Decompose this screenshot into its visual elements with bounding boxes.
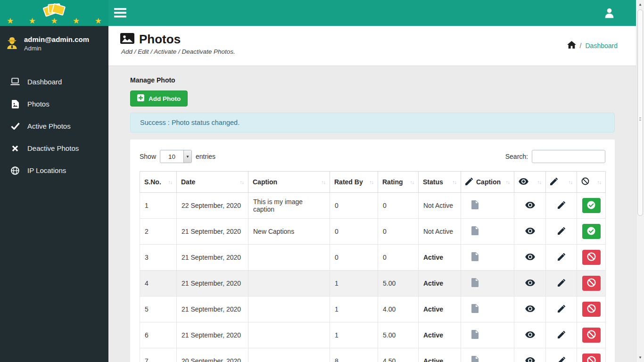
sidebar-item-photos[interactable]: Photos [0, 93, 108, 115]
scrollbar-thumb[interactable] [637, 9, 643, 216]
plus-square-icon [137, 94, 144, 103]
deactivate-button[interactable] [582, 328, 601, 343]
cell-sno: 5 [140, 296, 177, 322]
sidebar-item-active-photos[interactable]: Active Photos [0, 115, 108, 137]
column-header-status[interactable]: Status↑↓ [419, 172, 461, 193]
file-icon[interactable] [471, 304, 479, 314]
edit-pencil-icon[interactable] [558, 331, 565, 340]
deactivate-button[interactable] [582, 250, 601, 265]
file-icon[interactable] [471, 252, 479, 263]
view-eye-icon[interactable] [525, 357, 535, 362]
vertical-scrollbar[interactable]: ▲ ▼ [636, 0, 644, 362]
cell-caption [248, 245, 330, 271]
table-row: 221 September, 2020New Captions00Not Act… [140, 219, 606, 245]
user-account-icon[interactable] [604, 8, 615, 20]
cell-caption-file [461, 271, 514, 296]
scroll-down-arrow-icon[interactable]: ▼ [636, 354, 644, 362]
edit-pencil-icon[interactable] [558, 305, 565, 314]
edit-pencil-icon[interactable] [558, 279, 565, 288]
cell-rated-by: 0 [330, 219, 378, 245]
sidebar-item-dashboard[interactable]: Dashboard [0, 71, 108, 93]
scrollbar-grip [639, 117, 641, 121]
view-eye-icon[interactable] [525, 202, 535, 210]
table-row: 621 September, 202015.00Active [140, 322, 606, 348]
activate-button[interactable] [582, 224, 601, 239]
sort-icon: ↑↓ [370, 179, 374, 185]
file-icon[interactable] [471, 278, 479, 288]
photo-stack-icon [40, 2, 68, 18]
cell-caption [248, 296, 330, 322]
check-circle-icon [587, 227, 595, 237]
column-header-sno[interactable]: S.No.↑↓ [140, 172, 177, 193]
page-length-select[interactable]: 10 ▼ [160, 150, 192, 163]
edit-pencil-icon[interactable] [558, 201, 565, 210]
cell-rating: 5.00 [378, 271, 419, 296]
section-title: Manage Photo [130, 76, 644, 84]
view-eye-icon[interactable] [525, 331, 535, 339]
ban-icon [581, 177, 589, 187]
cell-view [514, 322, 546, 348]
column-header-view[interactable]: ↑↓ [514, 172, 546, 193]
cell-sno: 4 [140, 271, 177, 296]
edit-pencil-icon[interactable] [558, 357, 565, 362]
add-photo-label: Add Photo [149, 95, 181, 102]
search-input[interactable] [532, 150, 605, 163]
cell-view [514, 245, 546, 271]
table-row: 122 September, 2020This is my image capt… [140, 193, 606, 219]
cell-edit [546, 271, 577, 296]
file-icon[interactable] [471, 356, 479, 362]
sort-icon: ↑↓ [537, 179, 542, 185]
home-icon[interactable] [567, 41, 576, 50]
sidebar-item-ip-locations[interactable]: IP Locations [0, 159, 108, 181]
deactivate-button[interactable] [582, 302, 601, 317]
deactivate-button[interactable] [582, 354, 601, 362]
deactivate-button[interactable] [582, 276, 601, 291]
sidebar-item-label: Photos [27, 100, 50, 108]
view-eye-icon[interactable] [525, 280, 535, 288]
file-icon[interactable] [471, 226, 479, 237]
brand-logo: ★★★★★ [0, 0, 108, 26]
cell-status: Not Active [419, 193, 461, 219]
sidebar-item-deactive-photos[interactable]: Deactive Photos [0, 137, 108, 159]
view-eye-icon[interactable] [525, 305, 535, 313]
table-row: 421 September, 202015.00Active [140, 271, 606, 296]
cell-edit [546, 219, 577, 245]
column-header-edit-caption[interactable]: Caption↑↓ [461, 172, 514, 193]
cell-date: 22 September, 2020 [177, 193, 248, 219]
photos-table: S.No.↑↓ Date↑↓ Caption↑↓ Rated By↑↓ Rati… [140, 171, 606, 362]
cell-action [577, 271, 606, 296]
cell-view [514, 296, 546, 322]
file-icon[interactable] [471, 200, 479, 211]
cell-status: Active [419, 348, 461, 362]
file-icon[interactable] [471, 330, 479, 340]
edit-pencil-icon[interactable] [558, 227, 565, 236]
column-header-rated-by[interactable]: Rated By↑↓ [330, 172, 378, 193]
hamburger-menu-icon[interactable] [114, 6, 127, 19]
cell-edit [546, 193, 577, 219]
scroll-up-arrow-icon[interactable]: ▲ [636, 0, 644, 8]
cell-status: Active [419, 245, 461, 271]
column-header-rating[interactable]: Rating↑↓ [378, 172, 419, 193]
view-eye-icon[interactable] [525, 228, 535, 236]
cell-view [514, 219, 546, 245]
entries-label: entries [196, 153, 215, 160]
globe-icon [10, 166, 20, 175]
cell-date: 21 September, 2020 [177, 245, 248, 271]
column-header-toggle-status[interactable]: ↑↓ [577, 172, 606, 193]
column-header-date[interactable]: Date↑↓ [177, 172, 248, 193]
column-header-edit[interactable]: ↑↓ [546, 172, 577, 193]
stars-icon: ★★★★★ [0, 17, 108, 25]
column-header-caption[interactable]: Caption↑↓ [248, 172, 330, 193]
cell-action [577, 348, 606, 362]
cell-rated-by: 1 [330, 322, 378, 348]
add-photo-button[interactable]: Add Photo [130, 90, 188, 107]
cell-rating: 4.50 [378, 348, 419, 362]
cell-rating: 5.00 [378, 322, 419, 348]
laptop-icon [10, 78, 20, 86]
edit-pencil-icon[interactable] [558, 253, 565, 262]
view-eye-icon[interactable] [525, 254, 535, 262]
cell-caption-file [461, 193, 514, 219]
activate-button[interactable] [582, 198, 601, 213]
breadcrumb-dashboard-link[interactable]: Dashboard [586, 42, 618, 49]
sort-icon: ↑↓ [240, 179, 244, 185]
